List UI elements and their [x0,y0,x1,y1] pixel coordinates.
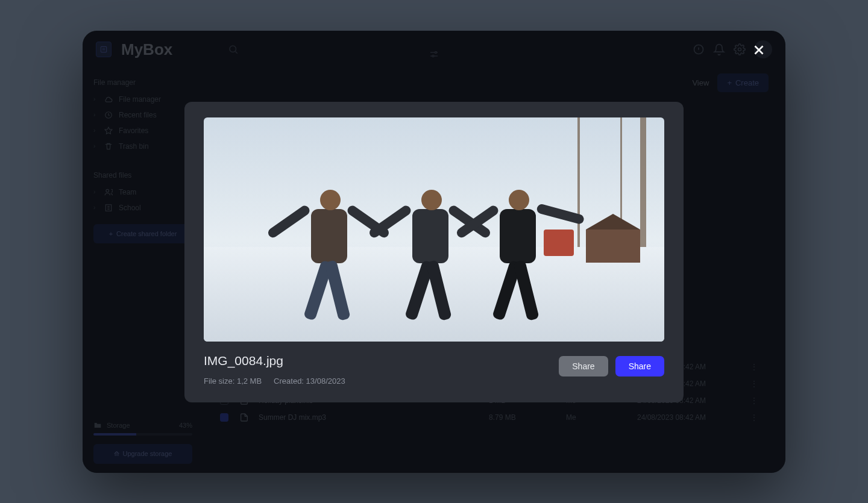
share-button-secondary[interactable]: Share [559,356,608,376]
modal-overlay[interactable]: IMG_0084.jpg File size: 1,2 MB Created: … [83,31,785,473]
preview-filename: IMG_0084.jpg [204,354,547,368]
preview-created: Created: 13/08/2023 [274,376,345,386]
image-preview-modal: IMG_0084.jpg File size: 1,2 MB Created: … [184,102,684,402]
close-icon [751,42,767,58]
image-preview [204,117,664,342]
preview-filesize: File size: 1,2 MB [204,376,262,386]
share-button-primary[interactable]: Share [615,356,664,376]
close-modal-button[interactable] [751,42,767,58]
